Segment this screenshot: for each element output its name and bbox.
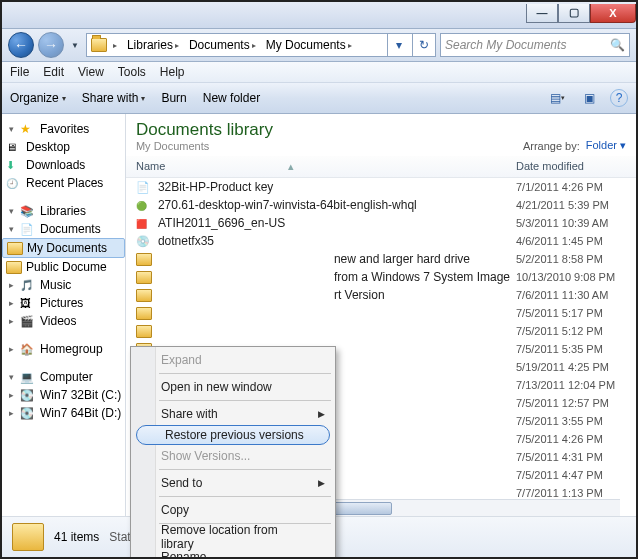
file-name: dotnetfx35 [158,234,214,248]
toolbar-sharewith[interactable]: Share with▾ [82,91,146,105]
toolbar-burn[interactable]: Burn [161,91,186,105]
folder-icon [91,38,107,52]
menu-help[interactable]: Help [160,65,185,79]
file-row[interactable]: ATIH2011_6696_en-US5/3/2011 10:39 AM [136,214,636,232]
desktop-icon [6,140,22,154]
preview-pane-button[interactable]: ▣ [578,88,600,108]
tree-libraries[interactable]: ▾Libraries [2,202,125,220]
file-date: 7/5/2011 12:57 PM [516,397,636,409]
ctx-open-new-window[interactable]: Open in new window [133,377,333,397]
toolbar-newfolder[interactable]: New folder [203,91,260,105]
column-headers[interactable]: Name ▴ Date modified [126,156,636,178]
help-button[interactable]: ? [610,89,628,107]
file-name: new and larger hard drive [334,252,470,266]
pictures-icon [20,296,36,310]
file-date: 4/21/2011 5:39 PM [516,199,636,211]
toolbar: Organize▾ Share with▾ Burn New folder ▤▾… [2,83,636,114]
search-input[interactable]: Search My Documents 🔍 [440,33,630,57]
ctx-rename[interactable]: Rename [133,547,333,559]
file-date: 5/19/2011 4:25 PM [516,361,636,373]
tree-pictures[interactable]: ▸Pictures [2,294,125,312]
titlebar: — ▢ X [2,2,636,29]
menu-file[interactable]: File [10,65,29,79]
ctx-restore-previous-versions[interactable]: Restore previous versions [136,425,330,445]
body: ▾Favorites Desktop Downloads Recent Plac… [2,114,636,516]
fld-icon [136,289,152,302]
tree-documents[interactable]: ▾Documents [2,220,125,238]
file-date: 7/1/2011 4:26 PM [516,181,636,193]
tree-public-documents[interactable]: Public Docume [2,258,125,276]
drive-icon [20,388,36,402]
fld-icon [136,271,152,284]
file-row[interactable]: 270.61-desktop-win7-winvista-64bit-engli… [136,196,636,214]
submenu-arrow-icon: ▶ [318,409,325,419]
window-close-button[interactable]: X [590,4,636,23]
file-row[interactable]: rt Version7/6/2011 11:30 AM [136,286,636,304]
arrange-by[interactable]: Arrange by: Folder ▾ [523,139,626,152]
breadcrumb-mydocuments[interactable]: My Documents▸ [262,36,356,54]
window-minimize-button[interactable]: — [526,4,558,23]
fld-icon [136,307,152,320]
libraries-icon [20,204,36,218]
tree-drive-d[interactable]: ▸Win7 64Bit (D:) [2,404,125,422]
file-row[interactable]: from a Windows 7 System Image10/13/2010 … [136,268,636,286]
tree-homegroup[interactable]: ▸Homegroup [2,340,125,358]
tree-my-documents[interactable]: My Documents [2,238,125,258]
address-bar[interactable]: ▸ Libraries▸ Documents▸ My Documents▸ ▾ … [86,33,436,57]
tree-favorites[interactable]: ▾Favorites [2,120,125,138]
ctx-show-versions: Show Versions... [133,446,333,466]
nav-back-button[interactable]: ← [8,32,34,58]
tree-downloads[interactable]: Downloads [2,156,125,174]
ctx-copy[interactable]: Copy [133,500,333,520]
menu-edit[interactable]: Edit [43,65,64,79]
breadcrumb-documents[interactable]: Documents▸ [185,36,260,54]
status-item-count: 41 items [54,530,99,544]
tree-computer[interactable]: ▾Computer [2,368,125,386]
tree-videos[interactable]: ▸Videos [2,312,125,330]
file-date: 7/5/2011 5:35 PM [516,343,636,355]
file-row[interactable]: 32Bit-HP-Product key7/1/2011 4:26 PM [136,178,636,196]
file-row[interactable]: dotnetfx354/6/2011 1:45 PM [136,232,636,250]
search-placeholder: Search My Documents [445,38,566,52]
file-date: 7/5/2011 5:17 PM [516,307,636,319]
search-icon: 🔍 [610,38,625,52]
folder-icon [7,242,23,255]
menu-tools[interactable]: Tools [118,65,146,79]
file-date: 7/5/2011 3:55 PM [516,415,636,427]
nav-history-dropdown[interactable]: ▼ [68,41,82,50]
refresh-button[interactable]: ↻ [412,34,435,56]
column-date[interactable]: Date modified [516,160,636,173]
file-row[interactable]: 7/5/2011 5:12 PM [136,322,636,340]
homegroup-icon [20,342,36,356]
tree-music[interactable]: ▸Music [2,276,125,294]
address-dropdown[interactable]: ▾ [387,34,410,56]
tree-desktop[interactable]: Desktop [2,138,125,156]
file-date: 7/5/2011 4:47 PM [516,469,636,481]
tree-recent[interactable]: Recent Places [2,174,125,192]
fld-icon [136,325,152,338]
toolbar-organize[interactable]: Organize▾ [10,91,66,105]
file-name: rt Version [334,288,385,302]
window-maximize-button[interactable]: ▢ [558,4,590,23]
file-name: 32Bit-HP-Product key [158,180,273,194]
menu-view[interactable]: View [78,65,104,79]
tree-drive-c[interactable]: ▸Win7 32Bit (C:) [2,386,125,404]
breadcrumb-libraries[interactable]: Libraries▸ [123,36,183,54]
downloads-icon [6,158,22,172]
submenu-arrow-icon: ▶ [318,478,325,488]
videos-icon [20,314,36,328]
ctx-share-with[interactable]: Share with▶ [133,404,333,424]
ctx-send-to[interactable]: Send to▶ [133,473,333,493]
file-date: 7/5/2011 5:12 PM [516,325,636,337]
view-mode-button[interactable]: ▤▾ [546,88,568,108]
ctx-remove-location[interactable]: Remove location from library [133,527,333,547]
file-date: 7/6/2011 11:30 AM [516,289,636,301]
app-icon [136,216,152,230]
column-name[interactable]: Name ▴ [136,160,516,173]
large-folder-icon [12,523,44,551]
file-row[interactable]: 7/5/2011 5:17 PM [136,304,636,322]
file-date: 7/7/2011 1:13 PM [516,487,636,499]
file-name: 270.61-desktop-win7-winvista-64bit-engli… [158,198,417,212]
file-row[interactable]: new and larger hard drive5/2/2011 8:58 P… [136,250,636,268]
nav-forward-button[interactable]: → [38,32,64,58]
